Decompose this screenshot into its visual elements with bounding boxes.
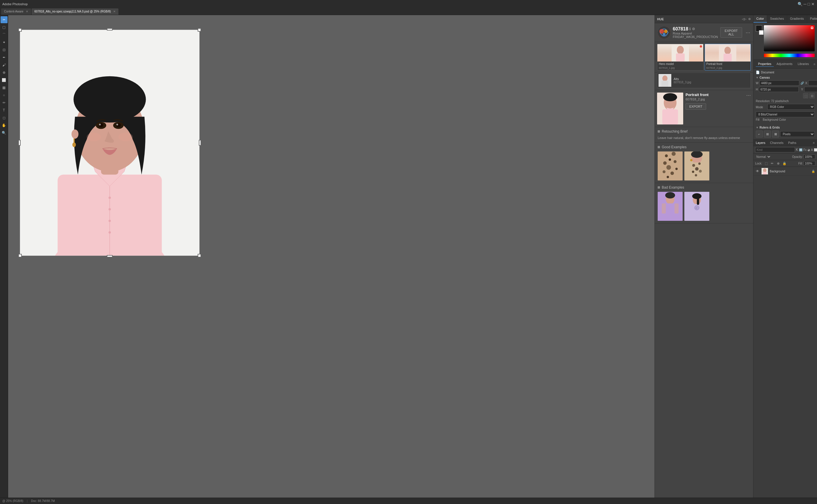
blend-mode-select[interactable]: Normal Multiply Screen Overlay — [755, 155, 771, 159]
link-icon[interactable]: 🔗 — [800, 81, 804, 85]
hand-tool[interactable]: ✋ — [1, 122, 8, 129]
tab-libraries[interactable]: Libraries — [796, 62, 811, 67]
crop-handle-tm[interactable] — [107, 28, 113, 30]
bits-select[interactable]: 8 Bits/Channel — [756, 111, 815, 117]
svg-point-34 — [662, 75, 668, 81]
mode-select[interactable]: RGB Color — [767, 104, 815, 110]
crop-tool[interactable]: ✂ — [1, 16, 8, 23]
opacity-row: Opacity: — [792, 154, 815, 159]
width-input[interactable] — [760, 80, 799, 86]
layer-background[interactable]: 👁 Background 🔒 — [753, 167, 817, 176]
close-icon[interactable]: ✕ — [811, 2, 815, 6]
layers-filter-kind-icon[interactable]: K — [796, 147, 798, 152]
tab-main-file-close[interactable]: ✕ — [113, 10, 116, 13]
opacity-label: Opacity: — [792, 155, 803, 158]
maximize-icon[interactable]: □ — [808, 2, 810, 6]
hue-settings-icon[interactable]: ⚙ — [748, 17, 751, 21]
ruler-corners-icon[interactable]: ⌐ — [756, 131, 763, 138]
layers-filter-mode-icon[interactable]: ◕ — [807, 147, 810, 152]
properties-more-icon[interactable]: ≡ — [814, 62, 815, 66]
zoom-tool[interactable]: 🔍 — [1, 129, 8, 136]
canvas-header[interactable]: ▼ Canvas — [756, 76, 815, 79]
rulers-header[interactable]: ▼ Rulers & Grids — [756, 126, 815, 129]
canvas-icon-1[interactable]: ⬚ — [803, 93, 808, 98]
thumb-alts[interactable]: Alts 607818_3.jpg — [657, 73, 751, 88]
shape-tool[interactable]: ◻ — [1, 114, 8, 121]
crop-tool-2[interactable]: ⊡ — [1, 46, 8, 53]
tab-properties[interactable]: Properties — [756, 62, 774, 67]
good-example-1[interactable] — [658, 151, 683, 180]
layers-filter-color-icon[interactable]: ⬜ — [814, 147, 817, 152]
layer-visibility-icon[interactable]: 👁 — [755, 169, 760, 174]
crop-handle-br[interactable] — [198, 254, 201, 257]
crop-handle-bl[interactable] — [18, 254, 22, 257]
thumb-portrait-front[interactable]: Portrait front 607818_2.jpg — [705, 44, 751, 71]
height-input[interactable] — [759, 87, 799, 92]
asset-settings-icon[interactable]: ⚙ — [692, 27, 695, 31]
brush-tool[interactable]: 🖌 — [1, 62, 8, 68]
layer-lock-icon[interactable]: 🔒 — [811, 169, 815, 173]
color-gradient-picker[interactable] — [764, 25, 815, 51]
ruler-units-select[interactable]: Pixels Inches Centimeters — [780, 131, 815, 137]
bad-example-2[interactable]: ✓ — [684, 192, 709, 221]
thumb-hero-model[interactable]: Hero model 607818_1.jpg — [657, 44, 704, 71]
lock-artboards-icon[interactable]: ⊕ — [776, 161, 781, 166]
good-example-2[interactable] — [684, 151, 709, 180]
hue-expand-icon[interactable]: ◁▷ — [742, 17, 746, 21]
ruler-grid-icon[interactable]: ⊞ — [764, 131, 771, 138]
layers-filter-attr-icon[interactable]: A — [811, 147, 813, 152]
layers-filter-name-icon[interactable]: 🔤 — [799, 147, 802, 152]
tab-main-file[interactable]: 607818_Alts_no-spec.szwqq111.NA.0.psd @ … — [32, 8, 119, 15]
tab-paths[interactable]: Paths — [786, 140, 799, 146]
lock-position-icon[interactable]: ✏ — [770, 161, 775, 166]
text-tool[interactable]: T — [1, 107, 8, 114]
crop-handle-ml[interactable] — [18, 140, 21, 146]
opacity-input[interactable] — [804, 154, 815, 159]
tab-swatches[interactable]: Swatches — [767, 15, 787, 23]
lasso-tool[interactable]: ⌒ — [1, 31, 8, 38]
eyedropper-tool[interactable]: ✒ — [1, 54, 8, 61]
background-color-swatch[interactable] — [759, 30, 764, 35]
tab-content-aware[interactable]: Content-Aware ✕ — [1, 8, 31, 15]
asset-id: 607818 ℹ ⚙ — [673, 26, 718, 32]
crop-handle-bm[interactable] — [107, 255, 113, 257]
search-icon[interactable]: 🔍 — [798, 2, 802, 6]
crop-handle-tl[interactable] — [18, 28, 22, 32]
select-tool[interactable]: ▢ — [1, 24, 8, 31]
selected-more-button[interactable]: ⋯ — [746, 93, 751, 98]
fill-input-layers[interactable] — [804, 161, 815, 166]
asset-more-button[interactable]: ⋯ — [746, 30, 750, 35]
tab-channels[interactable]: Channels — [768, 140, 786, 146]
minimize-icon[interactable]: ─ — [804, 2, 807, 6]
x-input[interactable] — [808, 80, 817, 86]
bad-example-1[interactable] — [658, 192, 683, 221]
lock-all-icon[interactable]: 🔒 — [782, 161, 787, 166]
tab-patterns[interactable]: Patterns — [807, 15, 817, 23]
export-all-button[interactable]: EXPORT ALL — [720, 27, 742, 38]
asset-info-icon[interactable]: ℹ — [689, 27, 691, 31]
retouching-bullet — [658, 130, 660, 133]
eraser-tool[interactable]: ⬜ — [1, 77, 8, 84]
clone-stamp-tool[interactable]: ⊕ — [1, 69, 8, 76]
export-button[interactable]: EXPORT — [686, 103, 706, 110]
dodge-tool[interactable]: ○ — [1, 92, 8, 99]
tab-gradients[interactable]: Gradients — [787, 15, 807, 23]
tab-color[interactable]: Color — [753, 15, 767, 23]
lock-pixels-icon[interactable]: ⬚ — [764, 161, 769, 166]
selected-info: Portrait front 607818_2.jpg EXPORT — [686, 93, 743, 110]
canvas-icon-2[interactable]: ⊡ — [809, 93, 815, 98]
crop-handle-tr[interactable] — [198, 28, 201, 32]
layers-filter-effect-icon[interactable]: Fx — [803, 147, 807, 152]
hue-slider[interactable] — [764, 54, 815, 57]
crop-handle-mr[interactable] — [199, 140, 201, 146]
tab-adjustments[interactable]: Adjustments — [774, 62, 795, 67]
gradient-tool[interactable]: ▦ — [1, 84, 8, 91]
tab-content-aware-close[interactable]: ✕ — [26, 10, 28, 13]
pen-tool[interactable]: ✏ — [1, 99, 8, 106]
layers-more-icon[interactable]: ≡ — [811, 140, 817, 146]
magic-wand-tool[interactable]: ✦ — [1, 39, 8, 46]
layers-search-input[interactable] — [755, 147, 795, 152]
y-input[interactable] — [804, 87, 817, 92]
ruler-guide-icon[interactable]: ⊠ — [772, 131, 779, 138]
tab-layers[interactable]: Layers — [753, 140, 768, 146]
